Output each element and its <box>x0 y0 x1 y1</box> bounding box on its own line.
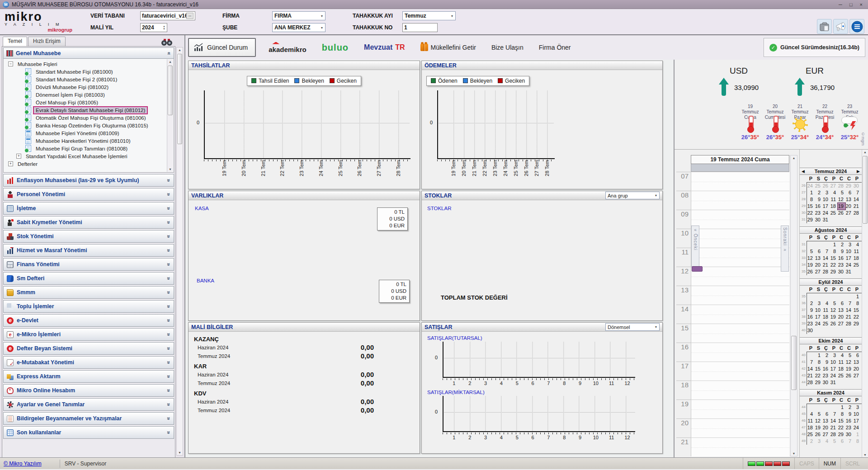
sidebar-section-ayarlar-ve-genel-tan-mlar[interactable]: Ayarlar ve Genel Tanımlar» <box>3 398 174 411</box>
expand-icon[interactable]: + <box>16 154 21 159</box>
calendar-day[interactable]: 5 <box>838 189 845 196</box>
calendar-day[interactable]: 15 <box>838 418 845 424</box>
expand-chevron-icon[interactable]: » <box>166 347 172 350</box>
link-mukellefini-getir[interactable]: Mükellefini Getir <box>420 44 476 51</box>
tree-item[interactable]: Evrak Detaylı Standart Muhasebe Fişi (08… <box>5 106 166 114</box>
calendar-day[interactable]: 29 <box>807 216 815 223</box>
scheduler-slot[interactable] <box>691 248 789 267</box>
sidebar-section-hizmet-ve-masraf-y-netimi[interactable]: Hizmet ve Masraf Yönetimi» <box>3 244 174 257</box>
tree-item[interactable]: Banka Hesap Özetinden Fiş Oluşturma (081… <box>5 122 166 129</box>
calendar-day[interactable]: 19 <box>830 314 838 320</box>
expand-chevron-icon[interactable]: » <box>166 235 172 238</box>
expand-chevron-icon[interactable]: » <box>166 431 172 434</box>
calendar-day[interactable]: 27 <box>845 210 853 216</box>
collapse-icon[interactable]: − <box>8 61 13 66</box>
calendar-day[interactable]: 21 <box>845 314 853 320</box>
link-firma-oner[interactable]: Firma Öner <box>539 44 571 51</box>
calendar-day[interactable]: 23 <box>845 424 853 431</box>
calendar-day[interactable]: 26 <box>838 210 845 216</box>
sidebar-section-personel-y-netimi[interactable]: Personel Yönetimi» <box>3 188 174 201</box>
calendar-day[interactable]: 31 <box>845 268 853 275</box>
calendar-day[interactable]: 7 <box>830 411 838 418</box>
calendar-day[interactable]: 24 <box>853 424 861 431</box>
calendar-day[interactable]: 1 <box>853 293 861 300</box>
scrollbar-thumb[interactable] <box>177 54 182 144</box>
calendar-day[interactable]: 23 <box>822 372 830 379</box>
scheduler-slot[interactable] <box>691 324 789 343</box>
calendar-day[interactable]: 11 <box>807 418 815 424</box>
calendar-day[interactable]: 5 <box>830 438 838 445</box>
sidebar-section-express-aktar-m[interactable]: Express Aktarım» <box>3 370 174 383</box>
announcements-button[interactable] <box>833 19 848 34</box>
calendar-day[interactable]: 30 <box>845 431 853 438</box>
calendar-day[interactable]: 4 <box>822 438 830 445</box>
sidebar-section-sm-defteri[interactable]: Sm Defteri» <box>3 272 174 285</box>
link-akademikro[interactable]: akademikro <box>269 42 306 53</box>
company-select[interactable]: FIRMA ▼ <box>272 11 326 20</box>
calendar-day[interactable]: 20 <box>853 366 861 372</box>
stok-group-select[interactable]: Ana grup ▼ <box>605 192 660 199</box>
calendar-day[interactable]: 15 <box>815 366 822 372</box>
calendar-day[interactable]: 4 <box>822 300 830 307</box>
calendar-day[interactable]: 1 <box>815 352 822 359</box>
calendar-day[interactable]: 15 <box>830 255 838 262</box>
calendar-day[interactable]: 8 <box>853 438 861 445</box>
expand-chevron-icon[interactable]: » <box>166 277 172 280</box>
calendar-day[interactable]: 25 <box>838 372 845 379</box>
calendar-day[interactable]: 22 <box>838 424 845 431</box>
calendar-day[interactable]: 30 <box>815 216 822 223</box>
calendar-day[interactable]: 17 <box>845 255 853 262</box>
calendar-day[interactable]: 8 <box>807 196 815 203</box>
calendar-day[interactable]: 27 <box>830 183 838 189</box>
calendar-day[interactable]: 8 <box>815 359 822 366</box>
calendar-day[interactable]: 29 <box>845 183 853 189</box>
expand-chevron-icon[interactable]: » <box>166 319 172 322</box>
expand-chevron-icon[interactable]: » <box>166 305 172 308</box>
calendar-day[interactable]: 28 <box>830 431 838 438</box>
branch-select[interactable]: ANA MERKEZ ▼ <box>272 23 326 32</box>
calendar-day[interactable]: 1 <box>853 431 861 438</box>
calendar-day[interactable]: 7 <box>822 248 830 255</box>
calendar-day[interactable]: 17 <box>830 366 838 372</box>
calendar-day[interactable]: 13 <box>822 418 830 424</box>
calendar-day[interactable]: 27 <box>838 320 845 327</box>
scheduler-slot[interactable] <box>691 229 789 248</box>
calendar-day[interactable]: 20 <box>838 314 845 320</box>
sidebar-section-stok-y-netimi[interactable]: Stok Yönetimi» <box>3 230 174 243</box>
calendar-day[interactable]: 28 <box>822 268 830 275</box>
calendar-day[interactable]: 29 <box>815 379 822 386</box>
calendar-day[interactable]: 24 <box>815 320 822 327</box>
calendar-day[interactable]: 16 <box>838 255 845 262</box>
calendar-day[interactable]: 29 <box>830 268 838 275</box>
expand-chevron-icon[interactable]: » <box>166 249 172 252</box>
calendar-day[interactable]: 6 <box>838 438 845 445</box>
expand-chevron-icon[interactable]: » <box>166 221 172 224</box>
next-month-icon[interactable]: ▶ <box>857 168 860 175</box>
tree-item[interactable]: −Muhasebe Fişleri <box>5 60 166 68</box>
calendar-day[interactable]: 6 <box>853 352 861 359</box>
calendar-day[interactable]: 27 <box>853 372 861 379</box>
expand-chevron-icon[interactable]: » <box>166 179 172 182</box>
expand-chevron-icon[interactable]: » <box>166 389 172 392</box>
calendar-day[interactable]: 22 <box>807 210 815 216</box>
calendar-day[interactable]: 7 <box>845 438 853 445</box>
close-button[interactable]: × <box>860 1 863 8</box>
calendar-day[interactable]: 11 <box>822 307 830 314</box>
calendar-day[interactable]: 7 <box>845 300 853 307</box>
calendar-day[interactable]: 6 <box>822 411 830 418</box>
calendar-day[interactable]: 19 <box>815 424 822 431</box>
tree-item[interactable]: Özel Mahsup Fişi (081005) <box>5 99 166 106</box>
prev-month-icon[interactable]: ◀ <box>802 168 805 175</box>
calendar-day[interactable]: 28 <box>853 210 861 216</box>
scrollbar-thumb[interactable] <box>168 66 173 115</box>
tree-item[interactable]: Standart Muhasebe Fişi (081000) <box>5 68 166 75</box>
calendar-day[interactable]: 8 <box>853 300 861 307</box>
tree-item[interactable]: Dövizli Muhasebe Fişi (081002) <box>5 83 166 91</box>
expand-chevron-icon[interactable]: » <box>166 417 172 420</box>
calendar-day[interactable]: 16 <box>845 418 853 424</box>
scroll-up-icon[interactable]: ▲ <box>177 48 183 52</box>
calendar-day[interactable]: 21 <box>822 262 830 268</box>
calendar-day[interactable]: 16 <box>822 366 830 372</box>
maximize-button[interactable]: □ <box>849 1 853 8</box>
calendar-day[interactable]: 6 <box>838 300 845 307</box>
